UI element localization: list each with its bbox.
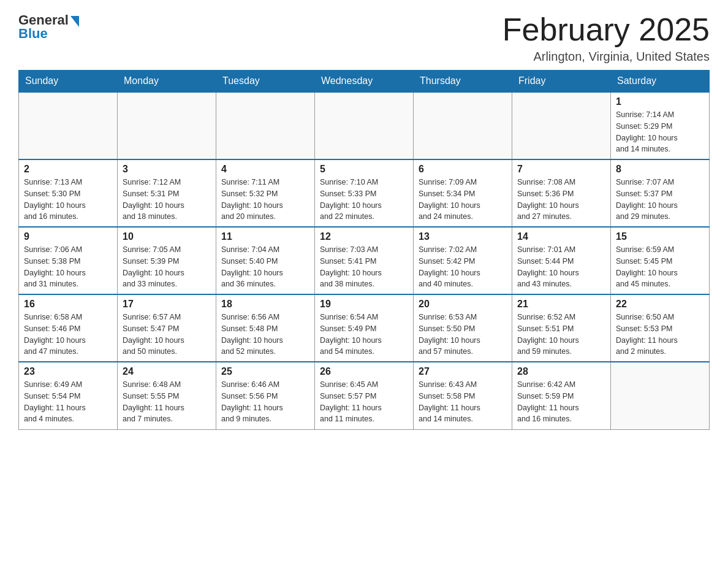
day-number: 17 xyxy=(123,299,211,310)
day-info: Sunrise: 6:46 AM Sunset: 5:56 PM Dayligh… xyxy=(221,379,309,425)
calendar-header-row: SundayMondayTuesdayWednesdayThursdayFrid… xyxy=(19,71,710,93)
day-info: Sunrise: 7:01 AM Sunset: 5:44 PM Dayligh… xyxy=(517,244,605,290)
calendar-day-cell: 21Sunrise: 6:52 AM Sunset: 5:51 PM Dayli… xyxy=(512,294,611,362)
logo-blue-text: Blue xyxy=(18,26,48,42)
day-number: 22 xyxy=(616,299,704,310)
day-of-week-header: Monday xyxy=(118,71,216,93)
logo: General Blue xyxy=(18,12,79,42)
day-info: Sunrise: 7:07 AM Sunset: 5:37 PM Dayligh… xyxy=(616,177,704,223)
day-number: 18 xyxy=(221,299,309,310)
calendar-day-cell: 8Sunrise: 7:07 AM Sunset: 5:37 PM Daylig… xyxy=(611,159,710,227)
calendar-day-cell: 4Sunrise: 7:11 AM Sunset: 5:32 PM Daylig… xyxy=(216,159,315,227)
day-info: Sunrise: 6:49 AM Sunset: 5:54 PM Dayligh… xyxy=(24,379,112,425)
calendar-day-cell: 27Sunrise: 6:43 AM Sunset: 5:58 PM Dayli… xyxy=(414,362,512,429)
day-info: Sunrise: 7:02 AM Sunset: 5:42 PM Dayligh… xyxy=(419,244,507,290)
day-number: 26 xyxy=(320,366,408,377)
day-number: 12 xyxy=(320,231,408,242)
day-number: 25 xyxy=(221,366,309,377)
title-block: February 2025 Arlington, Virginia, Unite… xyxy=(502,12,710,64)
day-info: Sunrise: 7:11 AM Sunset: 5:32 PM Dayligh… xyxy=(221,177,309,223)
day-info: Sunrise: 7:04 AM Sunset: 5:40 PM Dayligh… xyxy=(221,244,309,290)
logo-arrow-icon xyxy=(70,16,79,27)
calendar-day-cell: 23Sunrise: 6:49 AM Sunset: 5:54 PM Dayli… xyxy=(19,362,118,429)
calendar-day-cell: 10Sunrise: 7:05 AM Sunset: 5:39 PM Dayli… xyxy=(118,227,216,294)
day-of-week-header: Friday xyxy=(512,71,611,93)
calendar-day-cell: 19Sunrise: 6:54 AM Sunset: 5:49 PM Dayli… xyxy=(315,294,414,362)
day-info: Sunrise: 6:43 AM Sunset: 5:58 PM Dayligh… xyxy=(419,379,507,425)
day-number: 5 xyxy=(320,164,408,175)
calendar-week-row: 16Sunrise: 6:58 AM Sunset: 5:46 PM Dayli… xyxy=(19,294,710,362)
day-info: Sunrise: 6:52 AM Sunset: 5:51 PM Dayligh… xyxy=(517,312,605,358)
day-info: Sunrise: 7:12 AM Sunset: 5:31 PM Dayligh… xyxy=(123,177,211,223)
day-number: 2 xyxy=(24,164,112,175)
day-info: Sunrise: 6:45 AM Sunset: 5:57 PM Dayligh… xyxy=(320,379,408,425)
calendar-day-cell: 25Sunrise: 6:46 AM Sunset: 5:56 PM Dayli… xyxy=(216,362,315,429)
calendar-day-cell: 24Sunrise: 6:48 AM Sunset: 5:55 PM Dayli… xyxy=(118,362,216,429)
calendar-day-cell: 17Sunrise: 6:57 AM Sunset: 5:47 PM Dayli… xyxy=(118,294,216,362)
calendar-day-cell: 26Sunrise: 6:45 AM Sunset: 5:57 PM Dayli… xyxy=(315,362,414,429)
calendar-week-row: 9Sunrise: 7:06 AM Sunset: 5:38 PM Daylig… xyxy=(19,227,710,294)
calendar-day-cell xyxy=(118,92,216,159)
calendar-day-cell: 15Sunrise: 6:59 AM Sunset: 5:45 PM Dayli… xyxy=(611,227,710,294)
day-of-week-header: Thursday xyxy=(414,71,512,93)
day-info: Sunrise: 6:57 AM Sunset: 5:47 PM Dayligh… xyxy=(123,312,211,358)
calendar-day-cell: 1Sunrise: 7:14 AM Sunset: 5:29 PM Daylig… xyxy=(611,92,710,159)
day-number: 15 xyxy=(616,231,704,242)
day-number: 14 xyxy=(517,231,605,242)
day-info: Sunrise: 6:50 AM Sunset: 5:53 PM Dayligh… xyxy=(616,312,704,358)
calendar-table: SundayMondayTuesdayWednesdayThursdayFrid… xyxy=(18,70,710,430)
calendar-week-row: 1Sunrise: 7:14 AM Sunset: 5:29 PM Daylig… xyxy=(19,92,710,159)
day-info: Sunrise: 6:59 AM Sunset: 5:45 PM Dayligh… xyxy=(616,244,704,290)
day-number: 16 xyxy=(24,299,112,310)
day-info: Sunrise: 7:08 AM Sunset: 5:36 PM Dayligh… xyxy=(517,177,605,223)
calendar-day-cell: 14Sunrise: 7:01 AM Sunset: 5:44 PM Dayli… xyxy=(512,227,611,294)
day-number: 10 xyxy=(123,231,211,242)
day-number: 19 xyxy=(320,299,408,310)
day-info: Sunrise: 6:54 AM Sunset: 5:49 PM Dayligh… xyxy=(320,312,408,358)
day-number: 23 xyxy=(24,366,112,377)
day-info: Sunrise: 7:14 AM Sunset: 5:29 PM Dayligh… xyxy=(616,109,704,155)
day-info: Sunrise: 7:05 AM Sunset: 5:39 PM Dayligh… xyxy=(123,244,211,290)
day-number: 3 xyxy=(123,164,211,175)
calendar-day-cell: 28Sunrise: 6:42 AM Sunset: 5:59 PM Dayli… xyxy=(512,362,611,429)
calendar-day-cell: 12Sunrise: 7:03 AM Sunset: 5:41 PM Dayli… xyxy=(315,227,414,294)
day-number: 28 xyxy=(517,366,605,377)
calendar-day-cell: 13Sunrise: 7:02 AM Sunset: 5:42 PM Dayli… xyxy=(414,227,512,294)
page-header: General Blue February 2025 Arlington, Vi… xyxy=(18,12,710,64)
day-number: 27 xyxy=(419,366,507,377)
calendar-day-cell xyxy=(611,362,710,429)
day-number: 6 xyxy=(419,164,507,175)
day-number: 7 xyxy=(517,164,605,175)
day-info: Sunrise: 7:13 AM Sunset: 5:30 PM Dayligh… xyxy=(24,177,112,223)
calendar-day-cell: 2Sunrise: 7:13 AM Sunset: 5:30 PM Daylig… xyxy=(19,159,118,227)
calendar-day-cell xyxy=(19,92,118,159)
calendar-day-cell xyxy=(315,92,414,159)
day-info: Sunrise: 6:58 AM Sunset: 5:46 PM Dayligh… xyxy=(24,312,112,358)
day-number: 1 xyxy=(616,96,704,107)
day-info: Sunrise: 7:03 AM Sunset: 5:41 PM Dayligh… xyxy=(320,244,408,290)
day-number: 24 xyxy=(123,366,211,377)
calendar-week-row: 2Sunrise: 7:13 AM Sunset: 5:30 PM Daylig… xyxy=(19,159,710,227)
day-number: 9 xyxy=(24,231,112,242)
day-info: Sunrise: 6:53 AM Sunset: 5:50 PM Dayligh… xyxy=(419,312,507,358)
calendar-day-cell: 3Sunrise: 7:12 AM Sunset: 5:31 PM Daylig… xyxy=(118,159,216,227)
day-of-week-header: Sunday xyxy=(19,71,118,93)
calendar-day-cell xyxy=(414,92,512,159)
day-info: Sunrise: 6:42 AM Sunset: 5:59 PM Dayligh… xyxy=(517,379,605,425)
day-info: Sunrise: 7:06 AM Sunset: 5:38 PM Dayligh… xyxy=(24,244,112,290)
calendar-day-cell: 7Sunrise: 7:08 AM Sunset: 5:36 PM Daylig… xyxy=(512,159,611,227)
day-of-week-header: Wednesday xyxy=(315,71,414,93)
calendar-day-cell: 11Sunrise: 7:04 AM Sunset: 5:40 PM Dayli… xyxy=(216,227,315,294)
calendar-week-row: 23Sunrise: 6:49 AM Sunset: 5:54 PM Dayli… xyxy=(19,362,710,429)
location-text: Arlington, Virginia, United States xyxy=(502,50,710,64)
calendar-day-cell: 16Sunrise: 6:58 AM Sunset: 5:46 PM Dayli… xyxy=(19,294,118,362)
day-info: Sunrise: 6:48 AM Sunset: 5:55 PM Dayligh… xyxy=(123,379,211,425)
day-number: 8 xyxy=(616,164,704,175)
day-number: 4 xyxy=(221,164,309,175)
day-info: Sunrise: 6:56 AM Sunset: 5:48 PM Dayligh… xyxy=(221,312,309,358)
calendar-day-cell: 18Sunrise: 6:56 AM Sunset: 5:48 PM Dayli… xyxy=(216,294,315,362)
day-number: 13 xyxy=(419,231,507,242)
calendar-day-cell: 9Sunrise: 7:06 AM Sunset: 5:38 PM Daylig… xyxy=(19,227,118,294)
calendar-day-cell xyxy=(216,92,315,159)
day-number: 11 xyxy=(221,231,309,242)
